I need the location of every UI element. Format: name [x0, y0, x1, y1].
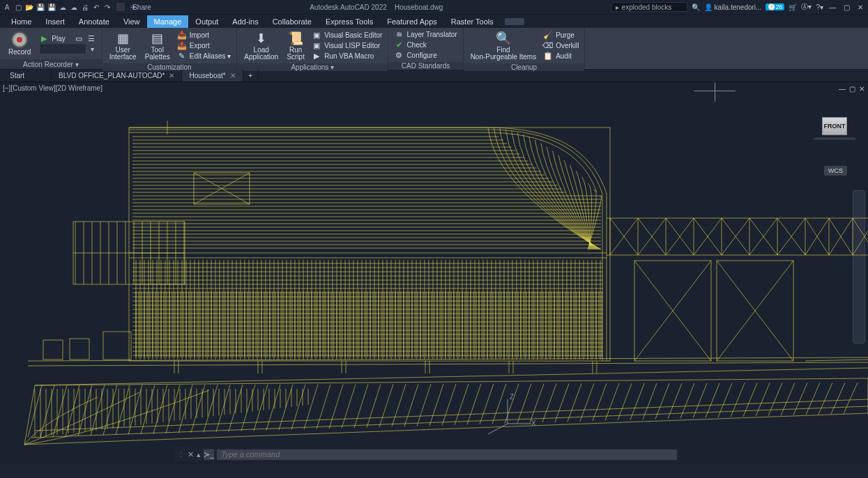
command-input[interactable]: [217, 449, 677, 460]
svg-line-509: [853, 218, 868, 255]
play-button[interactable]: ▶ Play ▭ ☰: [38, 33, 97, 44]
file-name: Houseboat.dwg: [395, 3, 443, 11]
gear-icon: ⚙: [394, 51, 404, 61]
ribbon-visibility-toggle[interactable]: [505, 18, 524, 25]
close-tab-icon[interactable]: ✕: [169, 72, 174, 79]
cart-icon[interactable]: 🛒: [789, 3, 797, 11]
load-app-button[interactable]: ⬇Load Application: [241, 29, 281, 62]
tab-output[interactable]: Output: [188, 15, 225, 28]
vba-button[interactable]: ▶Run VBA Macro: [310, 51, 383, 61]
edit-aliases-button[interactable]: ✎Edit Aliases ▾: [176, 51, 232, 61]
minimize-button[interactable]: —: [828, 3, 837, 11]
svg-line-30: [404, 384, 418, 426]
svg-line-519: [805, 360, 868, 361]
export-cust-button[interactable]: 📤Export: [176, 40, 232, 51]
run-script-button[interactable]: 📜Run Script: [284, 29, 307, 62]
import-cust-button[interactable]: 📥Import: [176, 30, 232, 40]
tab-addins[interactable]: Add-ins: [225, 15, 265, 28]
share-button[interactable]: ✈ Share: [134, 3, 142, 11]
model-viewport[interactable]: [−][Custom View][2D Wireframe] — ▢ ✕ FRO…: [0, 82, 868, 464]
cmd-close-icon[interactable]: ✕: [188, 450, 194, 459]
svg-line-41: [542, 384, 556, 423]
tab-expresstools[interactable]: Express Tools: [319, 15, 380, 28]
panel-label-cleanup: Cleanup: [464, 63, 585, 71]
saveas-icon[interactable]: 💾: [47, 3, 56, 11]
search-go-icon[interactable]: 🔍: [692, 3, 700, 11]
purge-button[interactable]: 🧹Purge: [542, 30, 580, 40]
restore-button[interactable]: ▢: [842, 3, 851, 11]
close-tab-icon[interactable]: ✕: [230, 72, 236, 79]
tab-annotate[interactable]: Annotate: [72, 15, 116, 28]
trial-badge[interactable]: 🕑26: [766, 3, 784, 10]
svg-line-15: [216, 385, 230, 432]
tab-insert[interactable]: Insert: [38, 15, 72, 28]
vbe-button[interactable]: ▣Visual Basic Editor: [310, 30, 383, 40]
search-input[interactable]: ▸ exploded blocks: [611, 2, 687, 12]
record-icon: [11, 31, 28, 48]
svg-line-10: [153, 385, 167, 433]
file-tab-2[interactable]: Houseboat*✕: [182, 70, 243, 82]
cmd-handle-icon[interactable]: ⋮: [177, 450, 185, 459]
tab-label: Annotate: [79, 17, 109, 26]
svg-line-116: [28, 357, 868, 361]
tab-rastertools[interactable]: Raster Tools: [444, 15, 501, 28]
configure-button[interactable]: ⚙Configure: [393, 50, 458, 61]
check-standards-button[interactable]: ✔Check: [393, 40, 458, 50]
undo-icon[interactable]: ↶: [92, 3, 100, 11]
svg-line-24: [329, 385, 343, 429]
account-button[interactable]: 👤 kaila.tenedori...: [704, 3, 762, 11]
action-macro-dropdown[interactable]: [39, 43, 86, 54]
preview-icon[interactable]: ▭: [74, 33, 84, 43]
purge-icon: 🧹: [543, 31, 553, 40]
start-tab[interactable]: Start: [3, 70, 52, 82]
svg-line-31: [417, 384, 431, 426]
layer-translator-button[interactable]: ≋Layer Translator: [393, 29, 458, 40]
tree-icon[interactable]: ☰: [86, 33, 96, 43]
svg-line-48: [630, 383, 644, 419]
palettes-icon: ▤: [149, 31, 167, 46]
plot-icon[interactable]: 🖨: [81, 3, 89, 11]
cui-button[interactable]: ▦User Interface: [107, 29, 139, 62]
save-icon[interactable]: 💾: [36, 3, 45, 11]
tab-label: View: [123, 17, 140, 26]
vle-button[interactable]: ▣Visual LISP Editor: [310, 40, 383, 51]
tab-manage[interactable]: Manage: [147, 15, 189, 28]
svg-line-47: [618, 383, 632, 420]
help-icon[interactable]: ?▾: [816, 3, 823, 11]
redo-icon[interactable]: ↷: [103, 3, 112, 11]
vle-label: Visual LISP Editor: [324, 42, 380, 49]
svg-line-9: [141, 385, 155, 434]
tab-home[interactable]: Home: [4, 15, 38, 28]
audit-button[interactable]: 📋Audit: [542, 51, 580, 61]
tab-collaborate[interactable]: Collaborate: [266, 15, 319, 28]
file-tab-1[interactable]: BLVD OFFICE_PLAN-AUTOCAD*✕: [52, 70, 182, 82]
tool-palettes-button[interactable]: ▤Tool Palettes: [142, 29, 173, 62]
panel-label-actionrecorder[interactable]: Action Recorder ▾: [0, 59, 102, 69]
tab-view[interactable]: View: [116, 15, 147, 28]
cui-label: User Interface: [109, 47, 137, 61]
tab-featuredapps[interactable]: Featured Apps: [380, 15, 444, 28]
webmobile-save-icon[interactable]: ☁: [70, 3, 78, 11]
close-button[interactable]: ✕: [855, 3, 865, 11]
exchange-icon[interactable]: Ⓐ▾: [801, 2, 812, 12]
panel-label-applications[interactable]: Applications ▾: [237, 63, 388, 71]
load-app-icon: ⬇: [252, 31, 271, 46]
overkill-button[interactable]: ⌫Overkill: [542, 40, 580, 51]
search-icon: ▸: [616, 3, 619, 11]
qat-divider: [116, 3, 125, 11]
vbe-label: Visual Basic Editor: [324, 31, 382, 39]
cmd-recent-icon[interactable]: ▴: [197, 450, 201, 459]
user-icon: 👤: [704, 3, 713, 11]
svg-line-1: [40, 385, 54, 437]
svg-line-26: [354, 384, 368, 428]
svg-line-2: [53, 385, 67, 437]
new-tab-button[interactable]: +: [243, 70, 259, 82]
app-menu-icon[interactable]: A: [3, 3, 11, 11]
new-icon[interactable]: ▢: [14, 3, 22, 11]
record-button[interactable]: Record: [4, 30, 35, 57]
open-icon[interactable]: 📂: [25, 3, 33, 11]
find-nonpurgeable-button[interactable]: 🔍Find Non-Purgeable Items: [468, 29, 540, 62]
svg-line-18: [254, 385, 268, 431]
webmobile-open-icon[interactable]: ☁: [59, 3, 67, 11]
ucs-z-label: Z: [510, 393, 514, 401]
